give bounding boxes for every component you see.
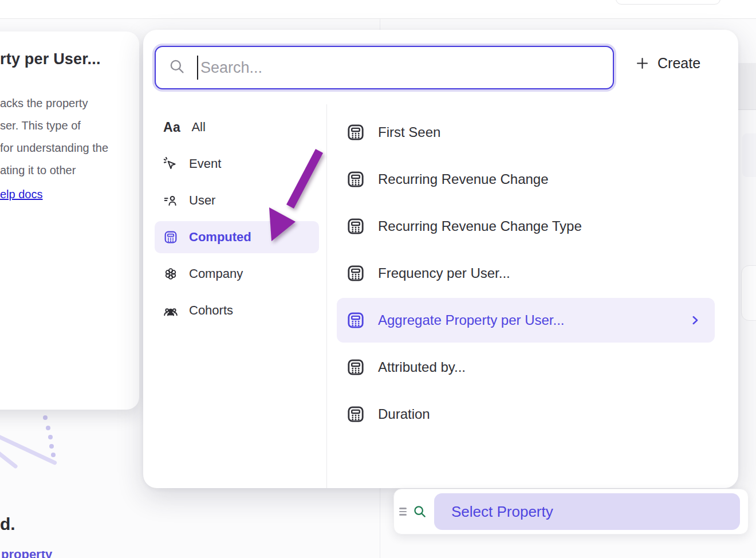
category-all[interactable]: Aa All (155, 111, 319, 143)
select-property-button[interactable]: Select Property (434, 493, 740, 530)
calculator-icon (346, 264, 365, 283)
calculator-icon (346, 217, 365, 236)
property-picker-modal: Create Aa All Event (143, 30, 738, 488)
user-icon (163, 193, 178, 208)
category-label: All (191, 120, 205, 135)
select-property-label: Select Property (434, 503, 553, 521)
column-divider (326, 104, 327, 488)
decorative-dot (43, 415, 48, 420)
top-cutoff-button[interactable] (616, 0, 720, 5)
calculator-icon (346, 357, 365, 377)
property-aggregate-property-per-user[interactable]: Aggregate Property per User... (337, 298, 715, 343)
category-label: Company (189, 266, 243, 281)
calculator-icon (346, 123, 365, 142)
category-computed[interactable]: Computed (155, 221, 319, 253)
tooltip-line: ser. This type of (0, 115, 139, 137)
property-label: Recurring Revenue Change (378, 171, 549, 187)
cutoff-link[interactable]: property (1, 551, 56, 558)
property-list: First Seen Recurring Revenue Change (337, 110, 715, 437)
chevron-right-icon (688, 314, 701, 327)
property-frequency-per-user[interactable]: Frequency per User... (337, 251, 715, 296)
category-cohorts[interactable]: Cohorts (155, 294, 319, 327)
cutoff-heading: d. (0, 514, 15, 534)
cohorts-icon (163, 303, 178, 318)
search-box[interactable] (155, 46, 614, 89)
search-focus-ring (152, 44, 616, 92)
calculator-icon (346, 170, 365, 189)
drag-handle-icon[interactable] (398, 505, 408, 518)
select-property-row: Select Property (393, 489, 749, 535)
decorative-dot (48, 435, 53, 439)
background-card-edge (742, 133, 756, 177)
plus-icon (635, 56, 650, 71)
category-label: Cohorts (189, 303, 233, 318)
category-label: Computed (189, 230, 251, 245)
search-input[interactable] (200, 59, 613, 77)
company-icon (163, 266, 178, 281)
tooltip-body: acks the property ser. This type of for … (0, 92, 139, 206)
tooltip-line: ating it to other (0, 159, 139, 182)
text-caret (197, 56, 198, 80)
calculator-icon (163, 230, 178, 245)
property-recurring-revenue-change-type[interactable]: Recurring Revenue Change Type (337, 204, 715, 249)
property-duration[interactable]: Duration (337, 392, 715, 437)
decorative-dot (46, 426, 50, 430)
decorative-dot (51, 453, 56, 457)
create-button-label: Create (657, 55, 700, 72)
create-button[interactable]: Create (635, 55, 700, 72)
background-card-edge-2 (741, 265, 756, 321)
property-help-tooltip: rty per User... acks the property ser. T… (0, 32, 139, 410)
tooltip-line: acks the property (0, 92, 139, 115)
category-label: User (189, 193, 215, 208)
help-docs-link[interactable]: elp docs (0, 183, 43, 206)
category-label: Event (189, 156, 221, 171)
property-label: Recurring Revenue Change Type (378, 218, 582, 234)
category-user[interactable]: User (155, 184, 319, 217)
property-label: Frequency per User... (378, 265, 510, 281)
category-company[interactable]: Company (155, 258, 319, 290)
property-label: Duration (378, 406, 430, 422)
tooltip-title: rty per User... (0, 50, 139, 68)
decorative-dot (49, 444, 54, 449)
event-cursor-icon (163, 156, 178, 171)
decorative-line-2 (0, 449, 18, 469)
search-icon (168, 58, 186, 77)
property-label: First Seen (378, 124, 440, 140)
property-label: Attributed by... (378, 359, 466, 375)
property-label: Aggregate Property per User... (378, 312, 565, 328)
tooltip-line: for understanding the (0, 137, 139, 159)
calculator-icon (346, 311, 365, 330)
property-recurring-revenue-change[interactable]: Recurring Revenue Change (337, 157, 715, 202)
property-search-icon (412, 504, 427, 519)
background-panel-edge (738, 63, 756, 110)
category-list: Aa All Event (155, 111, 319, 327)
calculator-icon (346, 404, 365, 424)
property-first-seen[interactable]: First Seen (337, 110, 715, 155)
category-event[interactable]: Event (155, 148, 319, 180)
text-format-icon: Aa (163, 120, 180, 135)
property-attributed-by[interactable]: Attributed by... (337, 345, 715, 390)
